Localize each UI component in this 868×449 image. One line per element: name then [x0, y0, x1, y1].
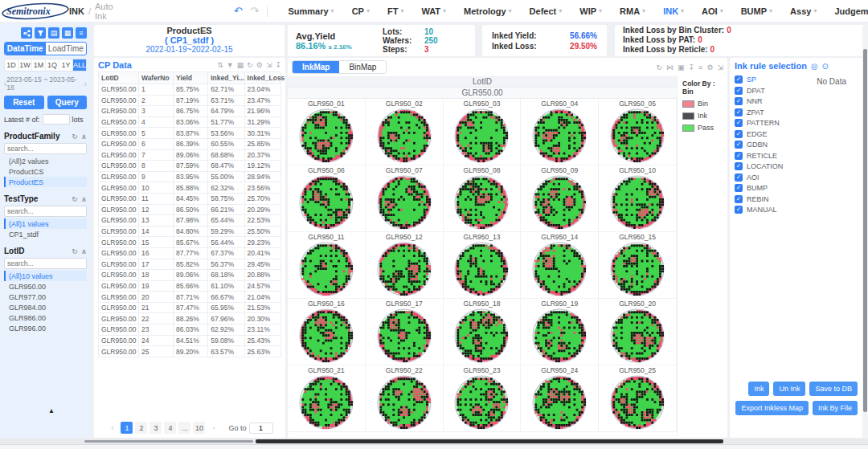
wafer-map-image[interactable] — [299, 308, 354, 363]
grid-icon[interactable]: ▦ — [62, 27, 73, 39]
expand-icon[interactable]: ⇲ — [717, 63, 723, 71]
tab-inkmap[interactable]: InkMap — [293, 61, 339, 73]
redo-icon[interactable]: ↷ — [251, 5, 260, 17]
wafer-cell[interactable]: GLR950_20 — [599, 299, 677, 365]
column-header[interactable]: Inked_Yi... — [208, 72, 244, 84]
table-row[interactable]: GLR950.00686.39%60.55%25.85% — [99, 138, 281, 149]
refresh-icon[interactable]: ↻ — [247, 61, 253, 69]
wafer-map-image[interactable] — [532, 108, 587, 163]
tab-datatime[interactable]: DataTime — [5, 43, 46, 55]
ink-rule-edge[interactable]: ✓EDGE — [735, 130, 859, 138]
range-all[interactable]: ALL — [73, 59, 86, 71]
collapse-icon[interactable]: ∧ — [81, 247, 87, 255]
checkbox-checked-icon[interactable]: ✓ — [735, 206, 743, 214]
ink-rule-reticle[interactable]: ✓RETICLE — [735, 152, 859, 160]
date-range-value[interactable]: 2023-05-15 ~ 2023-05-18 — [6, 76, 84, 92]
goto-input[interactable] — [249, 422, 273, 434]
settings-gear-icon[interactable]: ⚙ — [256, 61, 263, 69]
ink-rule-rebin[interactable]: ✓REBIN — [735, 195, 859, 203]
checkbox-checked-icon[interactable]: ✓ — [735, 195, 743, 203]
ink-rule-location[interactable]: ✓LOCATION — [735, 162, 859, 170]
checkbox-checked-icon[interactable]: ✓ — [735, 141, 743, 149]
wafer-cell[interactable]: GLR950_02 — [366, 99, 444, 165]
column-header[interactable]: Yield — [174, 72, 208, 84]
wafer-map-image[interactable] — [299, 175, 354, 230]
menu-item-rma[interactable]: RMA▾ — [611, 6, 654, 16]
checkbox-checked-icon[interactable]: ✓ — [735, 162, 743, 170]
download-icon[interactable]: ↧ — [275, 61, 281, 69]
table-row[interactable]: GLR950.00287.19%63.71%23.47% — [99, 95, 281, 106]
page-button[interactable]: 4 — [164, 422, 176, 434]
range-1q[interactable]: 1Q — [46, 59, 59, 71]
filter-icon[interactable] — [35, 27, 46, 39]
un-ink-button[interactable]: Un Ink — [773, 382, 805, 396]
refresh-icon[interactable]: ↻ — [72, 133, 78, 141]
range-1y[interactable]: 1Y — [59, 59, 73, 71]
wafer-cell[interactable]: GLR950_11 — [288, 232, 366, 299]
ink-rule-gdbn[interactable]: ✓GDBN — [735, 141, 859, 149]
range-1m[interactable]: 1M — [32, 59, 46, 71]
ink-rule-dpat[interactable]: ✓DPAT — [735, 87, 859, 95]
refresh-icon[interactable]: ↻ — [72, 247, 78, 255]
checkbox-checked-icon[interactable]: ✓ — [735, 76, 743, 84]
wafer-map-image[interactable] — [377, 108, 432, 163]
scrollbar-thumb[interactable] — [256, 439, 723, 443]
checkbox-checked-icon[interactable]: ✓ — [735, 119, 743, 127]
table-row[interactable]: GLR950.001785.82%56.37%29.45% — [99, 259, 281, 270]
wafer-cell[interactable]: GLR950_09 — [521, 165, 599, 232]
table-row[interactable]: GLR950.002087.71%66.67%21.04% — [99, 292, 281, 303]
menu-item-bump[interactable]: BUMP▾ — [732, 6, 781, 16]
checkbox-checked-icon[interactable]: ✓ — [735, 152, 743, 160]
menu-item-ft[interactable]: FT▾ — [379, 6, 412, 16]
wafer-cell[interactable]: GLR950_19 — [521, 299, 599, 365]
wafer-cell[interactable]: GLR950_07 — [366, 165, 444, 232]
menu-item-summary[interactable]: Summary▾ — [279, 6, 342, 16]
wafer-map-image[interactable] — [377, 375, 432, 430]
table-row[interactable]: GLR950.00583.87%53.56%30.31% — [99, 128, 281, 139]
section-search-input[interactable] — [4, 143, 87, 154]
horizontal-scrollbar[interactable] — [0, 439, 868, 444]
wafer-cell[interactable]: GLR950_25 — [599, 365, 677, 432]
refresh-icon[interactable]: ↻ — [72, 195, 78, 203]
wafer-map-image[interactable] — [610, 308, 665, 363]
share-icon[interactable] — [21, 27, 32, 39]
ink-button[interactable]: Ink — [748, 382, 769, 396]
table-row[interactable]: GLR950.001687.77%67.37%20.41% — [99, 247, 281, 259]
ink-rule-pattern[interactable]: ✓PATTERN — [735, 119, 859, 127]
page-button[interactable]: 3 — [149, 422, 162, 434]
list-item[interactable]: GLR996.00 — [4, 323, 87, 333]
table-row[interactable]: GLR950.001286.50%66.21%20.29% — [99, 204, 281, 215]
collapse-icon[interactable]: ∧ — [81, 195, 87, 203]
wafer-cell[interactable]: GLR950_13 — [444, 232, 522, 299]
checkbox-checked-icon[interactable]: ✓ — [735, 184, 743, 192]
ink-rule-bump[interactable]: ✓BUMP — [735, 184, 859, 192]
wafer-cell[interactable]: GLR950_16 — [288, 299, 366, 365]
wafer-map-image[interactable] — [299, 242, 354, 296]
list-item[interactable]: (All)10 values — [4, 271, 87, 281]
wafer-map-image[interactable] — [532, 242, 587, 296]
page-next-icon[interactable]: › — [207, 422, 219, 434]
wafer-map-image[interactable] — [610, 108, 665, 163]
table-row[interactable]: GLR950.001085.88%62.32%23.56% — [99, 182, 281, 194]
checkbox-checked-icon[interactable]: ✓ — [735, 130, 743, 138]
column-header[interactable]: WaferNo — [138, 72, 173, 84]
sidebar-collapse-icon[interactable]: ▲ — [48, 407, 55, 414]
menu-item-ink[interactable]: INK▾ — [654, 6, 693, 16]
page-prev-icon[interactable]: ‹ — [106, 422, 118, 434]
wafer-map-image[interactable] — [299, 375, 354, 430]
menu-item-judgement[interactable]: Judgement▾ — [825, 6, 868, 16]
scrollbar-thumb[interactable] — [84, 440, 253, 443]
ink-rule-aoi[interactable]: ✓AOI — [735, 173, 859, 182]
wafer-cell[interactable]: GLR950_05 — [599, 99, 677, 165]
ink-by-file-button[interactable]: Ink By File — [813, 401, 858, 415]
menu-item-defect[interactable]: Defect▾ — [521, 6, 571, 16]
column-header[interactable]: LotID — [99, 72, 139, 84]
stack-icon[interactable]: ▣ — [678, 63, 685, 71]
wafer-cell[interactable]: GLR950_24 — [521, 365, 599, 432]
wafer-cell[interactable]: GLR950_23 — [444, 365, 522, 432]
table-row[interactable]: GLR950.002589.20%63.57%25.63% — [99, 346, 281, 357]
target-icon[interactable]: ⊙ — [822, 62, 829, 71]
undo-icon[interactable]: ↶ — [234, 5, 243, 17]
menu-item-cp[interactable]: CP▾ — [343, 6, 379, 16]
query-button[interactable]: Query — [47, 96, 88, 109]
